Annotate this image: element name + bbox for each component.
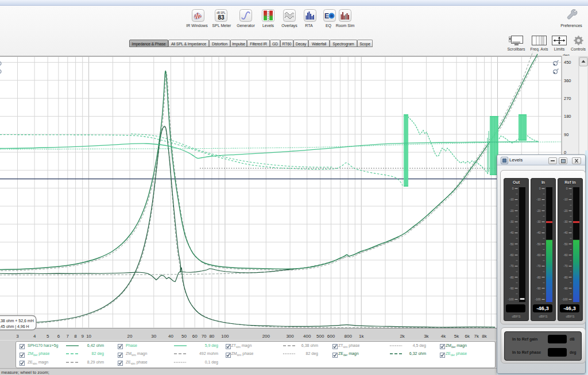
svg-text:6k: 6k [465,334,470,339]
svg-text:-100: -100 [535,297,540,301]
svg-text:-20: -20 [563,209,567,212]
svg-text:-70: -70 [536,264,540,268]
svg-text:500: 500 [316,334,324,339]
svg-text:800: 800 [345,334,353,339]
svg-text:2k: 2k [400,334,405,339]
svg-text:4: 4 [33,334,36,339]
svg-text:4k: 4k [441,334,446,339]
svg-text:-100: -100 [562,297,567,301]
svg-text:60: 60 [192,334,198,339]
svg-text:9: 9 [81,334,84,339]
svg-text:40: 40 [168,334,173,339]
svg-text:10: 10 [86,334,91,339]
svg-text:270: 270 [564,96,571,101]
svg-text:0: 0 [566,187,568,190]
svg-text:-90: -90 [563,287,567,290]
svg-text:-70: -70 [509,264,513,268]
svg-text:7k: 7k [474,334,479,339]
svg-text:-50: -50 [536,242,540,246]
svg-text:-40: -40 [509,231,513,234]
svg-text:600: 600 [327,334,335,339]
svg-text:70: 70 [202,334,207,339]
svg-text:300: 300 [286,334,294,339]
svg-text:5: 5 [47,334,49,339]
svg-text:-80: -80 [563,276,567,279]
svg-text:-50: -50 [509,242,513,246]
svg-text:450: 450 [564,60,571,65]
svg-text:-10: -10 [509,198,513,201]
svg-text:100: 100 [221,334,229,339]
svg-text:360: 360 [564,78,571,83]
svg-text:-30: -30 [509,220,513,223]
svg-text:-50: -50 [563,242,567,246]
svg-text:8: 8 [74,334,77,339]
svg-text:-10: -10 [563,198,567,201]
svg-text:-20: -20 [509,209,513,212]
svg-text:-100: -100 [508,297,513,301]
svg-text:5k: 5k [454,334,459,339]
svg-text:,45 ohm | 4,96 H: ,45 ohm | 4,96 H [0,324,29,329]
svg-text:-70: -70 [563,264,567,268]
svg-text:-90: -90 [536,287,540,290]
svg-text:1k: 1k [359,334,364,339]
svg-text:-80: -80 [536,276,540,279]
svg-text:80: 80 [209,334,214,339]
svg-text:-10: -10 [536,198,540,201]
svg-text:200: 200 [262,334,270,339]
svg-text:30: 30 [151,334,156,339]
svg-text:,38 ohm + 52,6 mH: ,38 ohm + 52,6 mH [0,319,34,323]
svg-text:90: 90 [564,132,568,137]
svg-text:-40: -40 [563,231,567,234]
svg-text:50: 50 [181,334,187,339]
svg-text:0: 0 [539,187,541,190]
svg-text:20: 20 [127,334,133,339]
svg-text:3: 3 [16,334,19,339]
svg-text:180: 180 [564,114,571,119]
svg-text:0: 0 [512,187,514,190]
svg-text:-60: -60 [509,253,513,257]
svg-text:-90: -90 [509,287,513,290]
svg-text:-40: -40 [536,231,540,234]
svg-text:3k: 3k [424,334,429,339]
svg-text:400: 400 [303,334,311,339]
svg-text:-30: -30 [536,220,540,223]
svg-text:-30: -30 [563,220,567,223]
svg-text:6: 6 [57,334,60,339]
svg-text:-60: -60 [536,253,540,257]
svg-text:8k: 8k [482,334,487,339]
svg-text:-60: -60 [563,253,567,257]
svg-text:-80: -80 [509,276,513,279]
svg-text:-20: -20 [536,209,540,212]
svg-text:7: 7 [67,334,69,339]
